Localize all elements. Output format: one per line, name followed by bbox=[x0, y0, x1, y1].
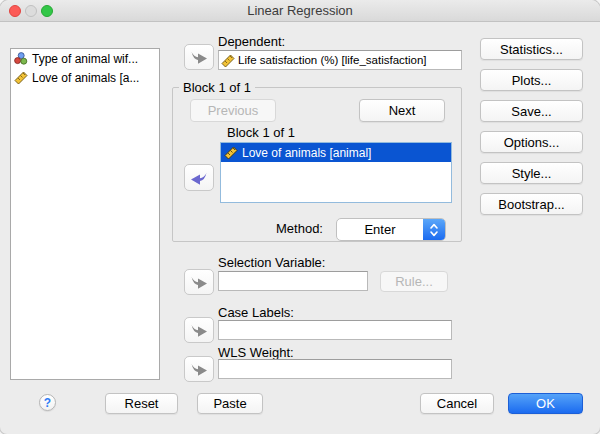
statistics-button[interactable]: Statistics... bbox=[480, 38, 583, 60]
move-independent-button[interactable] bbox=[184, 164, 214, 191]
list-item[interactable]: Type of animal wif... bbox=[11, 49, 159, 68]
selection-variable-label: Selection Variable: bbox=[218, 255, 325, 270]
linear-regression-dialog: Linear Regression Type of animal wif... bbox=[0, 0, 600, 434]
list-item[interactable]: Love of animals [a... bbox=[11, 68, 159, 87]
previous-button[interactable]: Previous bbox=[190, 99, 276, 122]
move-dependent-button[interactable] bbox=[184, 44, 214, 70]
plots-button[interactable]: Plots... bbox=[480, 69, 583, 91]
move-case-labels-button[interactable] bbox=[184, 317, 214, 343]
method-value: Enter bbox=[337, 222, 423, 237]
reset-button[interactable]: Reset bbox=[105, 393, 178, 414]
dropdown-stepper-icon bbox=[423, 219, 445, 240]
variable-label: Love of animals [a... bbox=[32, 71, 139, 85]
window-title: Linear Regression bbox=[0, 3, 600, 18]
source-variable-list[interactable]: Type of animal wif... Love of animals [a… bbox=[10, 48, 160, 380]
independents-list-label: Block 1 of 1 bbox=[227, 125, 295, 140]
dependent-label: Dependent: bbox=[218, 34, 285, 49]
scale-variable-icon bbox=[221, 54, 235, 67]
title-bar[interactable]: Linear Regression bbox=[0, 0, 600, 22]
right-arrow-icon bbox=[190, 361, 208, 377]
rule-button[interactable]: Rule... bbox=[380, 271, 448, 292]
right-arrow-icon bbox=[190, 274, 208, 290]
independents-list[interactable]: Love of animals [animal] bbox=[220, 142, 452, 203]
move-wls-button[interactable] bbox=[184, 356, 214, 382]
nominal-variable-icon bbox=[14, 52, 28, 65]
variable-label: Love of animals [animal] bbox=[242, 146, 371, 160]
block-group-label: Block 1 of 1 bbox=[179, 80, 255, 95]
wls-weight-label: WLS Weight: bbox=[218, 345, 294, 360]
cancel-button[interactable]: Cancel bbox=[420, 393, 494, 414]
selection-variable-field[interactable] bbox=[218, 271, 368, 291]
right-arrow-icon bbox=[190, 322, 208, 338]
help-button[interactable]: ? bbox=[39, 394, 56, 411]
right-arrow-icon bbox=[190, 49, 208, 65]
save-button[interactable]: Save... bbox=[480, 100, 583, 122]
dependent-value: Life satisfaction (%) [life_satisfaction… bbox=[238, 54, 427, 66]
style-button[interactable]: Style... bbox=[480, 162, 583, 184]
case-labels-field[interactable] bbox=[218, 320, 452, 340]
list-item-selected[interactable]: Love of animals [animal] bbox=[221, 143, 451, 162]
move-selection-button[interactable] bbox=[184, 269, 214, 295]
next-button[interactable]: Next bbox=[359, 99, 445, 122]
left-arrow-icon bbox=[190, 170, 208, 186]
bootstrap-button[interactable]: Bootstrap... bbox=[480, 193, 583, 215]
ok-button[interactable]: OK bbox=[508, 393, 583, 414]
variable-label: Type of animal wif... bbox=[32, 52, 138, 66]
scale-variable-icon bbox=[224, 146, 238, 159]
dependent-field[interactable]: Life satisfaction (%) [life_satisfaction… bbox=[218, 50, 462, 70]
options-button[interactable]: Options... bbox=[480, 131, 583, 153]
method-dropdown[interactable]: Enter bbox=[336, 218, 446, 241]
paste-button[interactable]: Paste bbox=[197, 393, 263, 414]
wls-weight-field[interactable] bbox=[218, 359, 452, 379]
case-labels-label: Case Labels: bbox=[218, 305, 294, 320]
scale-variable-icon bbox=[14, 71, 28, 84]
method-label: Method: bbox=[276, 221, 323, 236]
